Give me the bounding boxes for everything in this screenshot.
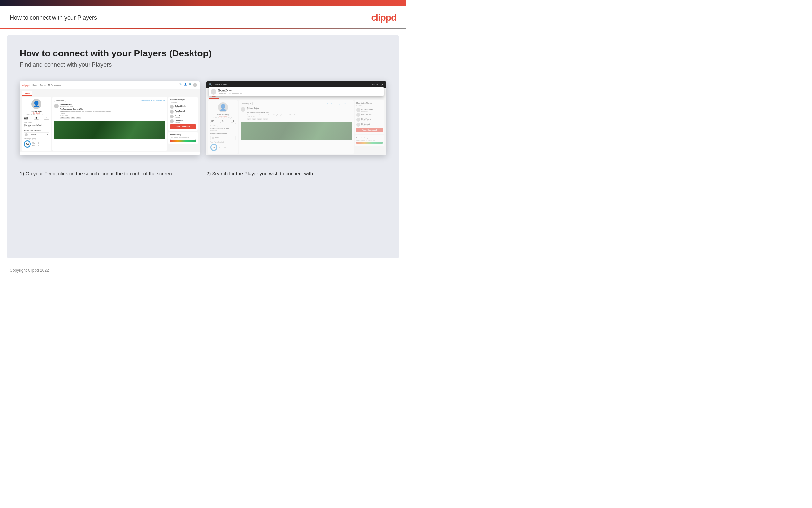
player-acts-2a: Activities: 7 [362, 110, 373, 112]
player-acts-1: Activities: 7 [175, 107, 186, 109]
search-input-2[interactable]: Marcus Turner [214, 84, 370, 86]
following-button[interactable]: Following ▾ [54, 99, 66, 102]
activity-duration-label: Duration [60, 113, 165, 114]
search-icon[interactable]: 🔍 [179, 83, 182, 87]
avatar-1[interactable] [193, 83, 197, 87]
app-navbar-1: clippd Home Teams My Performance 🔍 👤 ⚙️ [20, 81, 200, 89]
user-icon[interactable]: 👤 [184, 83, 187, 87]
ott-bar-2: OTT 79 [219, 147, 226, 148]
player-name-2a: Richard Butler [362, 108, 373, 110]
following-label-2: Following [231, 122, 236, 124]
player-select-chevron-2: ▾ [234, 137, 235, 139]
close-button-2[interactable]: ✕ [381, 83, 384, 86]
activity-title-1: Pre Tournament Course Walk [60, 108, 165, 110]
app-body-2: Blair McHarg Golf Coach Mill Ride Golf C… [206, 99, 386, 155]
activity-tags-2: OTT APP ARG PUTT [247, 118, 352, 120]
search-result-1[interactable]: Marcus Turner 1-5 Handicap Cypress Point… [210, 89, 382, 94]
player-select-avatar-2 [211, 136, 214, 139]
player-avatar-2a [356, 108, 361, 112]
team-dashboard-btn-2: Team Dashboard [356, 128, 383, 132]
player-acts-3: Activities: 3 [175, 117, 184, 119]
most-active-subtitle: Last 30 days [170, 102, 196, 103]
player-item-2d: Eli Vincent Activities: 1 [356, 123, 383, 127]
activity-tags: OTT APP ARG PUTT [60, 117, 165, 119]
screenshot-2: 🔍 Marcus Turner CLEAR ✕ Marcus Turner 1-… [206, 81, 386, 155]
feed-tab-1[interactable]: Feed [22, 91, 32, 96]
player-item-3: Hiral Pujara Activities: 3 [170, 115, 196, 119]
search-result-avatar [210, 89, 217, 94]
team-heatmap-panel-1: Team Heatmap Player Quality · 20 Round T… [168, 132, 198, 144]
dimmed-content-2: Blair McHarg Golf Coach Mill Ride Golf C… [206, 99, 386, 155]
team-heatmap-title-2: Team Heatmap [356, 137, 383, 139]
following-chevron-2: ▾ [250, 103, 251, 105]
profile-club-2: Mill Ride Golf Club, United Kingdom [210, 117, 236, 119]
player-info-1: Richard Butler Activities: 7 [175, 105, 186, 109]
player-avatar-2c [356, 118, 361, 122]
player-item-1: Richard Butler Activities: 7 [170, 105, 196, 109]
control-link[interactable]: Control who can see your activity and da… [141, 100, 165, 101]
settings-icon[interactable]: ⚙️ [189, 83, 192, 87]
main-content: How to connect with your Players (Deskto… [7, 35, 399, 258]
tag-ott-2: OTT [247, 118, 251, 120]
nav-teams[interactable]: Teams [40, 84, 45, 86]
following-chevron: ▾ [63, 99, 64, 101]
app-ui-1: clippd Home Teams My Performance 🔍 👤 ⚙️ [20, 81, 200, 152]
search-icon-2: 🔍 [209, 83, 212, 86]
app-body-1: Blair McHarg Golf Coach Mill Ride Golf C… [20, 96, 200, 152]
nav-home[interactable]: Home [33, 84, 38, 86]
activity-item-2: Richard Butler Yesterday · The Grove Pre… [241, 107, 352, 120]
app-nav-links-1: Home Teams My Performance [33, 84, 61, 86]
player-name-3: Hiral Pujara [175, 115, 184, 117]
stat-activities-2: 129 Activities [210, 120, 215, 124]
most-active-title: Most Active Players [170, 99, 196, 101]
following-label: Following [44, 119, 49, 120]
tag-putt: PUTT [76, 117, 81, 119]
player-select-1[interactable]: Eli Vincent ▾ [23, 132, 49, 137]
caption-1-container: 1) On your Feed, click on the search ico… [20, 165, 200, 177]
player-info-2d: Eli Vincent Activities: 1 [362, 123, 370, 127]
tag-arg-2: ARG [257, 118, 262, 120]
player-avatar-2 [170, 110, 174, 114]
heatmap-subtitle-2: Player Quality · 20 Round Trend [356, 139, 383, 141]
team-heatmap-panel-2: Team Heatmap Player Quality · 20 Round T… [355, 135, 384, 146]
tpq-circle-1: 84 [23, 140, 31, 148]
main-title: How to connect with your Players (Deskto… [20, 48, 386, 59]
player-acts-2: Activities: 4 [175, 112, 185, 114]
followers-count: 3 [34, 117, 39, 119]
main-subtitle: Find and connect with your Players [20, 61, 386, 68]
player-avatar-2d [356, 123, 361, 127]
tag-app: APP [65, 117, 70, 119]
activity-title-2: Pre Tournament Course Walk [247, 111, 352, 113]
caption-2: 2) Search for the Player you wish to con… [206, 170, 386, 177]
right-panel-1: Most Active Players Last 30 days Richard… [168, 97, 198, 151]
most-active-panel-2: Most Active Players Last 30 days Richard… [355, 100, 384, 134]
heatmap-bar-1 [170, 140, 196, 142]
header: How to connect with your Players clippd [0, 6, 406, 28]
stat-followers: 3 Followers [34, 117, 39, 120]
activity-avatar-1 [54, 104, 59, 108]
activities-count: 129 [23, 117, 28, 119]
heatmap-bar-2 [356, 142, 383, 144]
tpq-label-2: Total Player Quality ℹ [210, 141, 236, 143]
nav-my-performance[interactable]: My Performance [48, 84, 61, 86]
app-bar: APP 70 [33, 143, 39, 145]
team-heatmap-title-1: Team Heatmap [170, 134, 196, 135]
caption-1: 1) On your Feed, click on the search ico… [20, 170, 200, 177]
latest-activity-label: Latest Activity [23, 122, 49, 123]
followers-label: Followers [34, 119, 39, 120]
following-label-2: Following [242, 103, 249, 105]
followers-count-2: 3 [221, 120, 225, 122]
clear-button-2[interactable]: CLEAR [372, 84, 378, 86]
player-acts-2d: Activities: 1 [362, 125, 370, 127]
player-item-2a: Richard Butler Activities: 7 [356, 108, 383, 112]
search-result-info: Marcus Turner 1-5 Handicap Cypress Point… [218, 89, 242, 94]
activity-item-1: Richard Butler Yesterday · The Grove Pre… [54, 104, 165, 119]
stat-followers-2: 3 Followers [221, 120, 225, 124]
stat-following-2: 4 Following [231, 120, 236, 124]
team-dashboard-btn-1[interactable]: Team Dashboard [170, 124, 196, 129]
selected-player-name: Eli Vincent [29, 134, 36, 135]
player-avatar-4 [170, 120, 174, 123]
player-info-2: Piers Parnell Activities: 4 [175, 110, 185, 114]
heatmap-minus: -5 [170, 139, 171, 140]
player-select-chevron: ▾ [47, 134, 48, 135]
